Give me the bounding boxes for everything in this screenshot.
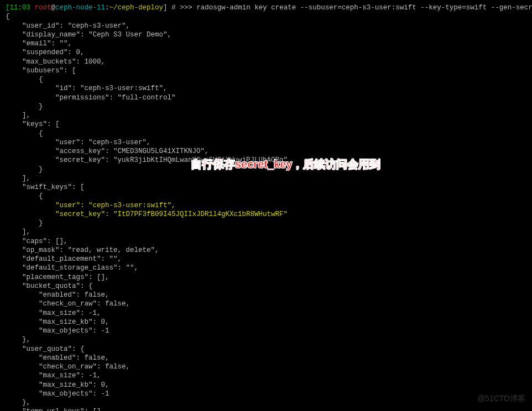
json-output-bottom: } ], "caps": [], "op_mask": "read, write… <box>6 219 526 411</box>
highlighted-swift-user: "user": "ceph-s3-user:swift", <box>6 201 526 210</box>
prompt-colon: : <box>105 4 109 12</box>
terminal-prompt-line[interactable]: [11:03 root@ceph-node-11:~/ceph-deploy] … <box>6 3 526 12</box>
prompt-close-bracket: ] <box>163 4 168 12</box>
prompt-host: ceph-node-11 <box>55 4 105 12</box>
prompt-time: [11:03 <box>6 4 35 12</box>
prompt-at: @ <box>51 4 56 12</box>
annotation-note: 自行保存secret_key，后续访问会用到 <box>191 157 380 171</box>
prompt-path: ~/ceph-deploy <box>109 4 164 12</box>
watermark: @51CTO博客 <box>477 393 525 403</box>
json-output-top: { "user_id": "ceph-s3-user", "display_na… <box>6 12 526 201</box>
command-text: radosgw-admin key create --subuser=ceph-… <box>196 4 532 12</box>
prompt-symbol: # >>> <box>168 4 197 12</box>
prompt-user: root <box>35 4 51 12</box>
highlighted-secret-key: "secret_key": "ItD7PF3fB09I45JQIIxJDR1l4… <box>6 210 526 219</box>
